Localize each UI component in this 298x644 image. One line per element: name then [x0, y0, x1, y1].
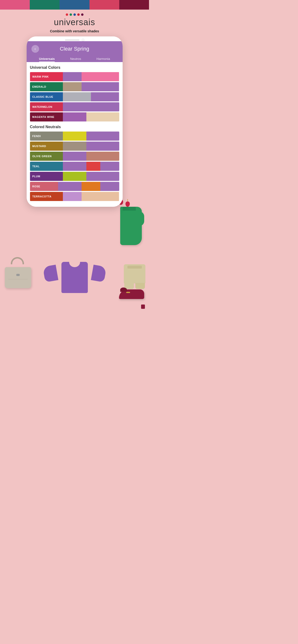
- notch-line: [65, 40, 79, 40]
- phone-header: ‹ Clear Spring Universais Neutros Harmon…: [27, 41, 123, 62]
- color-row-magenta-wine[interactable]: MAGENTA WINE: [30, 112, 119, 122]
- olive-green-seg2: [63, 152, 86, 161]
- fendi-seg3: [86, 132, 119, 141]
- color-row-emerald[interactable]: EMERALD: [30, 82, 119, 91]
- dot-2: [70, 14, 72, 16]
- terracotta-seg2: [63, 192, 82, 201]
- rose-label: ROSE: [30, 182, 58, 191]
- back-button[interactable]: ‹: [32, 45, 39, 53]
- olive-green-label: OLIVE GREEN: [30, 152, 63, 161]
- top-banner: [0, 0, 149, 10]
- fendi-label: FENDI: [30, 132, 63, 141]
- tab-universais[interactable]: Universais: [39, 55, 55, 62]
- logo-section: universais: [0, 10, 149, 29]
- color-row-terracotta[interactable]: TERRACOTTA: [30, 192, 119, 201]
- terracotta-label: TERRACOTTA: [30, 192, 63, 201]
- phone-header-top: ‹ Clear Spring: [32, 45, 118, 53]
- terracotta-seg3: [82, 192, 119, 201]
- color-row-olive-green[interactable]: OLIVE GREEN: [30, 152, 119, 161]
- plum-label: PLUM: [30, 172, 63, 181]
- mustard-label: MUSTARD: [30, 142, 63, 151]
- emerald-seg2: [63, 82, 82, 91]
- color-row-rose[interactable]: ROSE: [30, 182, 119, 191]
- watermelon-seg2: [63, 102, 119, 112]
- rose-seg4: [100, 182, 119, 191]
- olive-green-seg3: [86, 152, 119, 161]
- classic-blue-label: CLASSIC BLUE: [30, 92, 63, 101]
- handbag: [4, 257, 32, 288]
- warm-pink-label: WARM PINK: [30, 72, 63, 81]
- warm-pink-seg3: [82, 72, 119, 81]
- universal-colors-title: Universal Colors: [30, 66, 119, 70]
- phone-content: Universal Colors WARM PINK EMERALD CLASS…: [27, 62, 123, 207]
- rose-seg2: [58, 182, 82, 191]
- teal-seg4: [100, 162, 119, 171]
- dots-row: [0, 14, 149, 16]
- tab-harmonia[interactable]: Harmonia: [96, 55, 110, 62]
- green-skirt: [120, 207, 142, 245]
- notch-circle: [82, 39, 84, 41]
- beige-shorts: [124, 264, 145, 284]
- banner-pink: [0, 0, 30, 10]
- dot-5: [81, 14, 83, 16]
- banner-green: [30, 0, 60, 10]
- color-row-teal[interactable]: TEAL: [30, 162, 119, 171]
- dot-4: [77, 14, 80, 16]
- magenta-wine-label: MAGENTA WINE: [30, 112, 63, 122]
- phone-tabs: Universais Neutros Harmonia: [32, 55, 118, 62]
- classic-blue-seg2: [63, 92, 91, 101]
- mustard-seg2: [63, 142, 86, 151]
- color-row-classic-blue[interactable]: CLASSIC BLUE: [30, 92, 119, 101]
- color-row-mustard[interactable]: MUSTARD: [30, 142, 119, 151]
- banner-blue: [60, 0, 89, 10]
- app-logo: universais: [0, 17, 149, 27]
- teal-label: TEAL: [30, 162, 63, 171]
- dot-1: [66, 14, 68, 16]
- magenta-wine-seg2: [63, 112, 86, 122]
- banner-wine: [119, 0, 149, 10]
- plum-seg2: [63, 172, 86, 181]
- warm-pink-seg2: [63, 72, 82, 81]
- mustard-seg3: [86, 142, 119, 151]
- dot-3: [73, 14, 76, 16]
- color-row-watermelon[interactable]: WATERMELON: [30, 102, 119, 112]
- phone-notch: [27, 36, 123, 41]
- rose-seg3: [82, 182, 100, 191]
- plum-seg3: [86, 172, 119, 181]
- color-row-plum[interactable]: PLUM: [30, 172, 119, 181]
- colored-neutrals-title: Colored Neutrals: [30, 125, 119, 129]
- color-row-warm-pink[interactable]: WARM PINK: [30, 72, 119, 81]
- universal-colors-section: Universal Colors WARM PINK EMERALD CLASS…: [30, 66, 119, 122]
- classic-blue-seg3: [91, 92, 119, 101]
- colored-neutrals-section: Colored Neutrals FENDI MUSTARD OLIVE GRE…: [30, 125, 119, 201]
- purple-top: [55, 262, 94, 300]
- emerald-seg3: [82, 82, 119, 91]
- teal-seg2: [63, 162, 86, 171]
- banner-red: [89, 0, 119, 10]
- phone-frame: ‹ Clear Spring Universais Neutros Harmon…: [27, 36, 123, 207]
- red-shoes: [119, 290, 148, 305]
- tab-neutros[interactable]: Neutros: [70, 55, 81, 62]
- color-row-fendi[interactable]: FENDI: [30, 132, 119, 141]
- emerald-label: EMERALD: [30, 82, 63, 91]
- earring-right: [125, 199, 130, 207]
- magenta-wine-seg3: [86, 112, 119, 122]
- fendi-seg2: [63, 132, 86, 141]
- tagline: Combine with versatile shades: [0, 29, 149, 33]
- teal-seg3: [86, 162, 100, 171]
- screen-title: Clear Spring: [39, 46, 110, 52]
- watermelon-label: WATERMELON: [30, 102, 63, 112]
